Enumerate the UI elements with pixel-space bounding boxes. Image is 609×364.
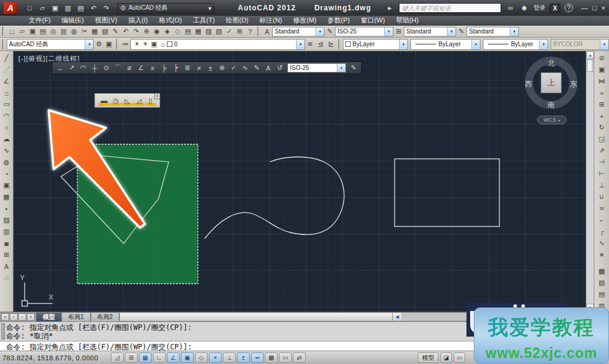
circle-icon[interactable]: ○	[1, 122, 13, 133]
hscrollbar-thumb[interactable]	[120, 313, 393, 321]
saveas-icon[interactable]: ▥	[63, 3, 73, 13]
ellipse-arc-icon[interactable]: ◔	[1, 168, 13, 180]
zoom-realtime-icon[interactable]: ◉	[152, 27, 162, 37]
menu-view[interactable]: 视图(V)	[90, 16, 123, 25]
construction-line-icon[interactable]: ⋰	[1, 64, 13, 75]
menu-tools[interactable]: 工具(T)	[188, 16, 220, 25]
wcs-menu[interactable]: WCS ▾	[537, 116, 566, 124]
plot-icon[interactable]: ▤	[76, 3, 86, 13]
app-menu-button[interactable]: A	[0, 0, 21, 16]
join-icon[interactable]: ≍	[596, 203, 608, 214]
menu-modify[interactable]: 修改(M)	[287, 16, 322, 25]
move-icon[interactable]: +	[596, 110, 608, 122]
break-icon[interactable]: ∪	[596, 191, 608, 203]
drawing-canvas[interactable]: Y X [-][俯视][二维线框] ↔↗◠┼⊙⌒⌀∠≡╞┝≣≠±⊕✓∿✎A↺ I…	[13, 51, 586, 312]
quickcalc-icon[interactable]: ⊞	[234, 27, 245, 37]
dim-style-combo[interactable]: ISO-25 ▾	[335, 27, 393, 37]
undo-icon[interactable]: ↶	[121, 27, 131, 37]
rotate-icon[interactable]: ↻	[596, 122, 608, 133]
layer-properties-icon[interactable]: ≔	[121, 40, 130, 49]
dim-break-icon[interactable]: ≠	[193, 63, 205, 73]
model-space-button[interactable]: 模型	[418, 352, 438, 363]
transparency-toggle[interactable]: ▩	[265, 352, 278, 363]
polar-toggle[interactable]: ∠	[167, 352, 180, 363]
dim-baseline-icon[interactable]: ╞	[158, 63, 170, 73]
snap-toggle[interactable]: ⊞	[125, 352, 138, 363]
layer-bulb-icon[interactable]: ☀	[133, 40, 141, 49]
tab-layout1[interactable]: 布局1	[62, 312, 91, 321]
save-icon[interactable]: ▣	[27, 27, 38, 37]
workspace-save-icon[interactable]: ▣	[104, 40, 114, 49]
modeling-tool-2-icon[interactable]: ◷	[110, 95, 121, 106]
paste-icon[interactable]: ▧	[100, 27, 110, 37]
zoom-previous-icon[interactable]: ◇	[172, 27, 183, 37]
chevron-down-icon[interactable]: ▾	[447, 27, 456, 36]
modeling-tool-3-icon[interactable]: ◺	[122, 95, 133, 106]
toolbar-grip[interactable]	[338, 39, 341, 49]
layer-combo[interactable]: ☀☀▣⌂ 0 ▾	[130, 39, 305, 50]
point-icon[interactable]: •	[1, 203, 13, 214]
vertical-scrollbar[interactable]: ▲ ▼	[586, 51, 594, 312]
fillet-icon[interactable]: ╭	[596, 226, 608, 237]
blend-curves-icon[interactable]: ∿	[596, 237, 608, 249]
tab-prev-button[interactable]: ‹	[10, 313, 18, 321]
pan-icon[interactable]: ⊕	[141, 27, 152, 37]
arc-icon[interactable]: ◠	[1, 110, 13, 122]
layer-freeze-icon[interactable]: ▣	[150, 40, 158, 49]
workspace-combo[interactable]: AutoCAD 经典 ▾	[7, 39, 94, 50]
layer-states-icon[interactable]: ≋	[305, 40, 315, 49]
tab-next-button[interactable]: ›	[18, 313, 26, 321]
scale-icon[interactable]: ◲	[596, 133, 608, 145]
help-icon[interactable]: ?	[245, 27, 255, 37]
polygon-icon[interactable]: ⌂	[1, 87, 13, 99]
dim-aligned-icon[interactable]: ↗	[66, 63, 77, 73]
chevron-down-icon[interactable]: ▾	[85, 40, 93, 49]
scrollbar-thumb[interactable]	[587, 60, 593, 72]
copy-icon[interactable]: ▣	[596, 64, 608, 75]
lineweight-combo[interactable]: ByLayer ▾	[483, 39, 548, 50]
dim-radius-icon[interactable]: ⊙	[100, 63, 112, 73]
open-icon[interactable]: ▱	[17, 27, 27, 37]
hatch-icon[interactable]: ▨	[1, 214, 13, 226]
tolerance-icon[interactable]: ±	[205, 63, 216, 73]
close-button[interactable]: ×	[602, 4, 605, 12]
menu-parametric[interactable]: 参数(P)	[322, 16, 356, 25]
3d-osnap-toggle[interactable]: ◇	[195, 352, 208, 363]
dim-update-icon[interactable]: ↺	[274, 63, 286, 73]
flyout-arrow-icon[interactable]: ▸	[385, 4, 395, 12]
dim-jog-line-icon[interactable]: ∿	[239, 63, 251, 73]
quick-view-drawings-icon[interactable]: ▭	[454, 352, 465, 363]
mleader-style-combo[interactable]: Standard ▾	[466, 27, 519, 37]
chevron-down-icon[interactable]: ▾	[337, 64, 345, 72]
entity-spline[interactable]	[205, 157, 344, 239]
menu-insert[interactable]: 插入(I)	[122, 16, 153, 25]
menu-help[interactable]: 帮助(H)	[390, 16, 424, 25]
chamfer-icon[interactable]: ⌐	[596, 214, 608, 226]
table-style-icon[interactable]: ⊞	[393, 27, 404, 37]
dim-jogged-icon[interactable]: ⌒	[112, 63, 124, 73]
dim-style-icon[interactable]: ✎	[325, 27, 335, 37]
exchange-apps-icon[interactable]: X	[550, 4, 560, 13]
layer-isolate-icon[interactable]: ⊵	[326, 40, 336, 49]
polyline-icon[interactable]: ∠	[1, 75, 13, 87]
dim-continue-icon[interactable]: ┝	[170, 63, 181, 73]
search-binoculars-icon[interactable]: ∞	[505, 4, 515, 12]
ellipse-icon[interactable]: ◍	[1, 156, 13, 168]
chevron-down-icon[interactable]: ▾	[296, 40, 304, 49]
draworder-above-icon[interactable]: ▤	[596, 289, 608, 300]
gradient-icon[interactable]: ▥	[1, 226, 13, 237]
dim-inspect-icon[interactable]: ✓	[228, 63, 239, 73]
quick-properties-toggle[interactable]: ▭	[279, 352, 292, 363]
viewcube-west[interactable]: 西	[523, 79, 535, 89]
redo-icon[interactable]: ↷	[131, 27, 141, 37]
workspace-settings-icon[interactable]: ⚙	[94, 40, 104, 49]
dim-angular-icon[interactable]: ∠	[135, 63, 147, 73]
draworder-front-icon[interactable]: ▩	[596, 265, 608, 277]
dynamic-input-toggle[interactable]: ±	[237, 352, 250, 363]
point-style-icon[interactable]: ∴	[1, 272, 13, 284]
trim-icon[interactable]: ⊣	[596, 156, 608, 168]
toolbar-grip[interactable]	[2, 39, 5, 49]
scrollbar-track[interactable]	[586, 72, 594, 304]
viewcube-north[interactable]: 北	[545, 58, 557, 69]
entity-rectangle[interactable]	[395, 159, 499, 226]
